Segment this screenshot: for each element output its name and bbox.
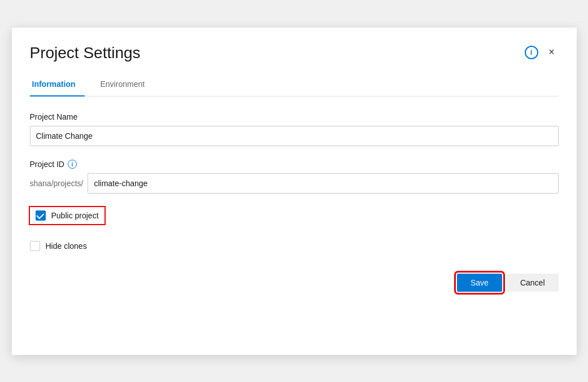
hide-clones-row[interactable]: Hide clones [30,241,559,251]
public-project-label: Public project [51,211,99,220]
project-id-info-icon[interactable]: i [68,160,77,169]
dialog-close-button[interactable]: × [545,46,559,59]
project-id-prefix: shana/projects/ [30,179,84,188]
project-id-section: Project ID i shana/projects/ [30,160,559,194]
tab-environment[interactable]: Environment [98,74,154,96]
project-id-label: Project ID [30,160,64,169]
project-id-input[interactable] [88,173,558,194]
project-name-input[interactable] [30,126,559,146]
dialog-footer: Save Cancel [30,274,559,292]
dialog-header: Project Settings i × [30,43,559,63]
header-icons: i × [525,46,559,59]
hide-clones-label: Hide clones [46,242,87,251]
hide-clones-checkbox[interactable] [30,241,40,251]
public-project-row[interactable]: Public project [30,207,104,224]
dialog-title: Project Settings [30,43,141,63]
dialog-info-icon[interactable]: i [525,46,538,59]
project-id-label-row: Project ID i [30,160,559,169]
project-id-row: shana/projects/ [30,173,559,194]
checkboxes-section: Public project Hide clones [30,207,559,251]
save-button[interactable]: Save [457,274,502,292]
project-name-section: Project Name [30,112,559,146]
tab-bar: Information Environment [30,73,559,96]
project-name-label: Project Name [30,112,559,121]
cancel-button[interactable]: Cancel [507,274,559,292]
public-project-checkbox[interactable] [36,210,46,221]
project-settings-dialog: Project Settings i × Information Environ… [12,28,577,355]
tab-information[interactable]: Information [30,74,85,96]
